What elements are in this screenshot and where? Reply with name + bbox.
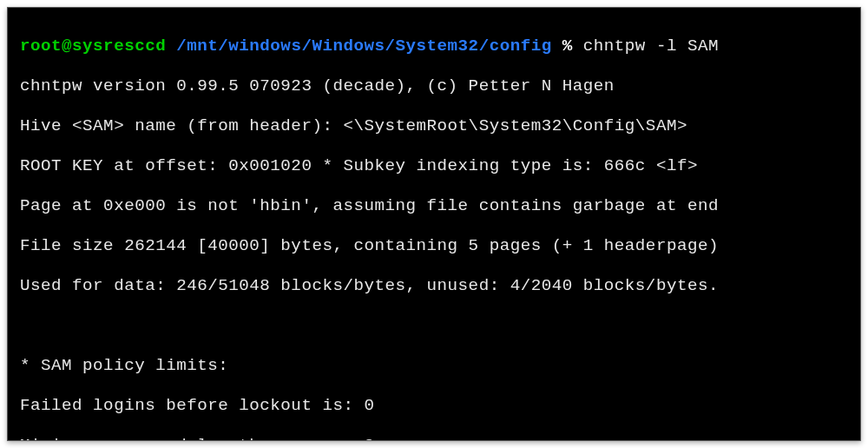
prompt-sep: % bbox=[562, 36, 573, 56]
output-failed-logins: Failed logins before lockout is: 0 bbox=[20, 396, 848, 416]
prompt-cwd: /mnt/windows/Windows/System32/config bbox=[176, 36, 552, 56]
output-page: Page at 0xe000 is not 'hbin', assuming f… bbox=[20, 196, 848, 216]
prompt-line-1: root@sysresccd /mnt/windows/Windows/Syst… bbox=[20, 36, 848, 56]
output-policy-header: * SAM policy limits: bbox=[20, 356, 848, 376]
terminal-window[interactable]: root@sysresccd /mnt/windows/Windows/Syst… bbox=[7, 7, 861, 441]
output-min-pw-len: Minimum password length : 0 bbox=[20, 436, 848, 441]
command-text: chntpw -l SAM bbox=[583, 36, 719, 56]
output-hive: Hive <SAM> name (from header): <\SystemR… bbox=[20, 116, 848, 136]
output-filesize: File size 262144 [40000] bytes, containi… bbox=[20, 236, 848, 256]
prompt-userhost: root@sysresccd bbox=[20, 36, 166, 56]
output-used: Used for data: 246/51048 blocks/bytes, u… bbox=[20, 276, 848, 296]
output-version: chntpw version 0.99.5 070923 (decade), (… bbox=[20, 76, 848, 96]
output-rootkey: ROOT KEY at offset: 0x001020 * Subkey in… bbox=[20, 156, 848, 176]
